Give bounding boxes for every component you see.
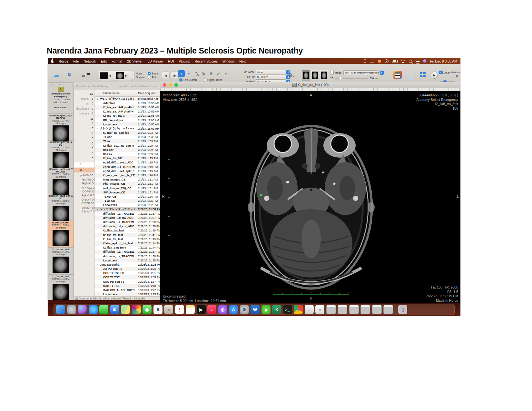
table-row[interactable]: ∨ Localizers 10/25/23, 1:25 PM bbox=[95, 292, 161, 296]
table-row[interactable]: ∨ mIP_Images(SW)_CE 2/1/23, 1:31 PM bbox=[95, 186, 161, 190]
image-scrubber[interactable] bbox=[160, 88, 460, 91]
table-row[interactable]: ∨ COR T1 TSE 10/25/23, 1:35 PM bbox=[95, 275, 161, 279]
table-row[interactable]: ∨ T1 cor 2/1/23, 1:03 PM bbox=[95, 135, 161, 139]
annotations-none[interactable]: None bbox=[132, 72, 145, 75]
album-count-row[interactable]: 0 bbox=[74, 136, 94, 141]
series-thumbnail-card[interactable]: diffusion_ep2d_cor_ADC 7/22/23, 11:38 PM… bbox=[48, 194, 74, 221]
close-button[interactable] bbox=[163, 83, 166, 87]
dock-app-icon[interactable] bbox=[132, 305, 141, 314]
table-row[interactable]: ∨ t2star_ep2...d_tra_fast 7/22/23, 11:44… bbox=[95, 241, 161, 245]
dock-app-icon[interactable]: A bbox=[229, 305, 238, 314]
series-thumbnail-card[interactable]: t1_tse_tra_fast 7/22/23, 11:43 PM 24 Ima… bbox=[48, 275, 74, 300]
series-thumbnail-card[interactable]: diffusion_ep2d_tra_TRACEW 7/22/23, 11:37… bbox=[48, 114, 74, 141]
zoom-tool-button[interactable] bbox=[193, 70, 200, 77]
left-button-radio[interactable]: Left Button bbox=[179, 78, 197, 82]
album-count-row[interactable]: 0 bbox=[74, 156, 94, 161]
dock-app-icon[interactable]: W bbox=[251, 305, 260, 314]
menu-item[interactable]: Help bbox=[239, 59, 246, 63]
table-row[interactable]: ∨ ep2d_diff_...ve1_split_1 2/1/23, 1:19 … bbox=[95, 169, 161, 173]
menu-item[interactable]: File bbox=[73, 59, 79, 63]
table-row[interactable]: ∨ Adaptive 2/1/23, 10:53 AM bbox=[95, 101, 161, 105]
dock-app-icon[interactable]: >_ bbox=[283, 305, 292, 314]
menu-clock[interactable]: Fri Dec 8 3:58 AM bbox=[430, 59, 457, 63]
menu-item[interactable]: Window bbox=[222, 59, 234, 63]
disclosure-icon[interactable]: ∨ bbox=[97, 98, 99, 100]
table-row[interactable]: ∨ Localizers 2/1/23, 1:02 PM bbox=[95, 203, 161, 207]
disclosure-icon[interactable]: ∨ bbox=[97, 263, 99, 266]
table-row[interactable]: ∨ SWI_Images_CE 2/1/23, 1:31 PM bbox=[95, 190, 161, 194]
rate-slider[interactable] bbox=[440, 81, 455, 82]
app-status-icon[interactable] bbox=[378, 60, 381, 63]
source-item[interactable]: _2kg5uK DB bbox=[74, 182, 94, 186]
slab-slider[interactable] bbox=[335, 78, 368, 79]
wlww-select[interactable]: Other bbox=[256, 70, 286, 75]
battery-icon[interactable] bbox=[392, 60, 398, 63]
series-thumbnail-card[interactable]: t2_flair_tra_fast 7/22/23, 11:39 PM 24 I… bbox=[48, 221, 74, 248]
dock-app-icon[interactable] bbox=[121, 305, 130, 314]
key-image-button[interactable]: ◎ bbox=[68, 71, 71, 78]
dock-app-icon[interactable]: ◎ bbox=[218, 305, 227, 314]
database-button[interactable] bbox=[86, 72, 86, 78]
table-row[interactable]: ∨ t2_tse_sa...A-P phaF-H 2/1/23, 10:56 A… bbox=[95, 105, 161, 109]
source-item[interactable]: _4BeTNI DB bbox=[74, 178, 94, 182]
siri-icon[interactable] bbox=[423, 59, 427, 63]
trash-icon[interactable]: ▯ bbox=[398, 305, 407, 314]
dock-app-icon[interactable]: ≡ bbox=[164, 305, 173, 314]
dock-app-icon[interactable] bbox=[372, 305, 382, 314]
dock-app-icon[interactable]: ≡ bbox=[315, 305, 324, 314]
spotlight-icon[interactable] bbox=[409, 60, 412, 63]
propagate-button[interactable] bbox=[420, 72, 426, 77]
loop-checkbox[interactable]: ✓ bbox=[439, 71, 443, 74]
mode-checkbox[interactable] bbox=[330, 71, 334, 74]
album-count-row[interactable]: 0 bbox=[74, 146, 94, 151]
table-row[interactable]: ∨ SAG T1 TSE 10/25/23, 1:40 PM bbox=[95, 284, 161, 288]
orientation-coronal-button[interactable] bbox=[311, 70, 319, 81]
album-count-row[interactable]: 0 bbox=[74, 126, 94, 131]
dock-app-icon[interactable] bbox=[338, 305, 347, 314]
table-row[interactable]: ∨ T1 ax CE 2/1/23, 1:26 PM bbox=[95, 199, 161, 203]
stepper-icon[interactable] bbox=[380, 71, 384, 75]
album-count-row[interactable]: es 0 bbox=[74, 101, 94, 106]
table-row[interactable]: ∨ ジャナ ナレンダ ...ナ ナレンダ 7/22/23, 11:35 PM bbox=[95, 207, 161, 211]
vpn-icon[interactable]: V bbox=[385, 59, 389, 63]
table-row[interactable]: ∨ diffusion_...a_TRACEW 7/22/23, 11:37 P… bbox=[95, 250, 161, 254]
dock-app-icon[interactable] bbox=[383, 305, 393, 314]
dock-app-icon[interactable] bbox=[186, 305, 195, 314]
column-patient-name[interactable]: Patient name bbox=[103, 92, 120, 95]
dock-app-icon[interactable] bbox=[349, 305, 359, 314]
album-count-row[interactable]: 19 bbox=[74, 91, 94, 96]
dock-app-icon[interactable]: ⚙ bbox=[240, 305, 249, 314]
movie-export-button[interactable] bbox=[393, 71, 402, 80]
source-item[interactable]: _Vp7a2P DB bbox=[74, 206, 94, 210]
table-row[interactable]: ∨ t2_tse_rst_tra_3 2/1/23, 11:03 AM bbox=[95, 114, 161, 118]
orientation-axial-button[interactable] bbox=[302, 70, 310, 81]
annotations-full[interactable]: Full bbox=[148, 75, 159, 79]
table-row[interactable]: ∨ Localizers 2/1/23, 10:53 AM bbox=[95, 122, 161, 126]
hide-series-button[interactable]: Hide Series bbox=[48, 106, 74, 109]
menu-item[interactable]: Plugins bbox=[179, 59, 190, 63]
table-row[interactable]: ∨ T1 ax 2/1/23, 1:03 PM bbox=[95, 139, 161, 143]
dock-app-icon[interactable]: ◉ bbox=[143, 305, 152, 314]
measure-tool-button[interactable] bbox=[215, 70, 222, 77]
table-row[interactable]: ∨ ナレンダ ラジャ...a J a n a 2/1/23, 11:02 AM bbox=[95, 126, 161, 131]
previous-patient-button[interactable]: ◀ bbox=[162, 72, 170, 79]
table-row[interactable]: ∨ t1_mpr_ns..._iso_fs_CE 2/1/23, 1:26 PM bbox=[95, 173, 161, 177]
table-row[interactable]: ∨ flair cor 2/1/23, 1:09 PM bbox=[95, 148, 161, 152]
wifi-icon[interactable] bbox=[401, 60, 405, 63]
mri-canvas[interactable]: Image size: 480 x 512View size: 2596 x 1… bbox=[160, 91, 460, 304]
table-row[interactable]: ∨ flair ax 2/1/23, 1:09 PM bbox=[95, 152, 161, 156]
dock-app-icon[interactable]: 8 bbox=[153, 305, 163, 314]
table-row[interactable]: ∨ Localizers 7/22/23, 11:35 PM bbox=[95, 258, 161, 262]
table-row[interactable]: ∨ t2_tse_tra_fast 7/22/23, 11:41 PM bbox=[95, 233, 161, 237]
sort-indicator-icon[interactable]: ^ bbox=[158, 92, 159, 94]
menu-item[interactable]: Format bbox=[112, 59, 122, 63]
display-icon[interactable] bbox=[370, 60, 374, 63]
right-button-radio[interactable]: Right Button bbox=[203, 78, 222, 82]
table-row[interactable]: ∨ diffusion_...r_TRACEW 7/22/23, 11:38 P… bbox=[95, 220, 161, 224]
annotations-basic[interactable]: Basic bbox=[148, 72, 159, 75]
disclosure-icon[interactable]: ∨ bbox=[97, 127, 99, 130]
table-row[interactable]: ∨ ep2d_diff_...ave1_ADC 2/1/23, 1:19 PM bbox=[95, 161, 161, 165]
album-count-row[interactable]: 0 bbox=[74, 141, 94, 146]
dock-app-icon[interactable] bbox=[67, 305, 76, 314]
play-button[interactable]: ▶ bbox=[431, 72, 438, 79]
